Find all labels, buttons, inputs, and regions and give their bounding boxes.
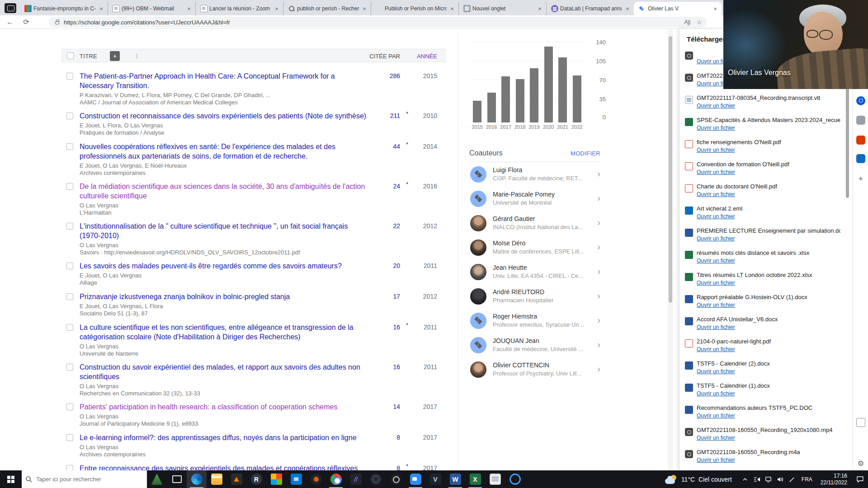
coauthor-name[interactable]: Gérard Gautier (493, 215, 535, 222)
tab-close-icon[interactable]: × (98, 5, 105, 12)
row-checkbox[interactable] (66, 364, 73, 371)
download-file-name[interactable]: Art vicherat 2.eml (697, 205, 840, 212)
open-file-link[interactable]: Ouvrir un fichier (697, 125, 735, 131)
download-file-name[interactable]: Accord AFA Unistellar_V6.docx (697, 316, 840, 323)
chart-bar[interactable] (487, 93, 496, 122)
sidebar-rail-icon[interactable] (856, 116, 865, 125)
cited-by-count-link[interactable]: 22 (373, 222, 400, 230)
start-button[interactable] (0, 470, 22, 488)
search-input[interactable] (36, 476, 136, 483)
open-file-link[interactable]: Ouvrir un fichier (697, 280, 735, 286)
publication-title-link[interactable]: L'institutionnalisation de la " culture … (80, 221, 369, 240)
tray-pen-icon[interactable] (786, 470, 798, 488)
taskbar-app-icon[interactable] (167, 470, 187, 488)
row-checkbox[interactable] (66, 223, 73, 230)
publication-title-link[interactable]: Les savoirs des malades peuvent-ils être… (80, 261, 369, 271)
coauthor-name[interactable]: Moïse Déro (493, 239, 525, 247)
tab-close-icon[interactable]: × (712, 5, 719, 12)
action-center-icon[interactable] (852, 470, 868, 488)
url-text[interactable]: https://scholar.google.com/citations?use… (64, 19, 684, 26)
coauthor-name[interactable]: André RIEUTORD (493, 288, 544, 296)
taskbar-app-icon[interactable] (306, 470, 326, 488)
taskbar-app-icon[interactable]: W (445, 470, 465, 488)
browser-tab[interactable]: Olivier Las V × (634, 2, 722, 15)
browser-tab[interactable]: Fantaisie-impromptu in C- × (20, 2, 108, 15)
download-file-name[interactable]: GMT20221108-160550_Recording_1920x1080.m… (697, 427, 840, 433)
open-file-link[interactable]: Ouvrir un fichier (697, 213, 735, 220)
open-file-link[interactable]: Ouvrir un fichier (697, 169, 735, 175)
tray-chevron-up-icon[interactable] (739, 470, 751, 488)
publication-title-link[interactable]: La culture scientifique et les non scien… (80, 323, 369, 342)
open-file-link[interactable]: Ouvrir un fichier (697, 191, 735, 197)
coauthor-name[interactable]: Olivier COTTENCIN (493, 361, 549, 369)
taskbar-app-icon[interactable] (226, 470, 246, 488)
download-file-name[interactable]: SPSE-Capacités & Attendus Masters 2023.2… (697, 117, 840, 123)
coauthor-name[interactable]: Luigi Flora (493, 166, 522, 174)
download-item[interactable]: Rapport préalable G.Hostein-OLV (1).docx… (679, 292, 842, 314)
row-checkbox[interactable] (66, 263, 73, 269)
download-item[interactable]: PREMIERE LECTURE Enseignement par simula… (679, 226, 842, 248)
tray-network-icon[interactable] (763, 470, 774, 488)
sidebar-rail-icon[interactable] (856, 96, 865, 105)
download-item[interactable]: Titres résumés LT London octobre 2022.xl… (679, 270, 842, 292)
row-checkbox[interactable] (66, 434, 73, 441)
taskbar-app-icon[interactable]: ✉ (286, 470, 306, 488)
download-item[interactable]: 2104-0-parc-naturel-light.pdf Ouvrir un … (679, 337, 842, 359)
open-file-link[interactable]: Ouvrir un fichier (697, 258, 735, 264)
chart-bar[interactable] (544, 47, 553, 122)
address-bar[interactable]: https://scholar.google.com/citations?use… (49, 17, 707, 28)
tray-language-indicator[interactable]: FRA (802, 476, 812, 483)
open-file-link[interactable]: Ouvrir un fichier (697, 346, 735, 352)
taskbar-app-icon[interactable]: // (346, 470, 366, 488)
browser-tab[interactable]: Lancer la réunion - Zoom × (195, 2, 283, 15)
browser-tab[interactable]: DataLab | Framapad annu × (546, 2, 634, 15)
taskbar-app-icon[interactable]: V (425, 470, 445, 488)
open-file-link[interactable]: Ouvrir un fichier (697, 390, 735, 397)
coauthor-row[interactable]: Roger Hiemstra Professor emeritus, Syrac… (469, 311, 600, 333)
taskbar-weather-widget[interactable]: 11°C Ciel couvert (665, 475, 732, 484)
download-item[interactable]: fiche renseignements O'Neill.pdf Ouvrir … (679, 137, 842, 160)
open-file-link[interactable]: Ouvrir un fichier (697, 413, 735, 419)
open-file-link[interactable]: Ouvrir un fichier (697, 235, 735, 242)
sidebar-rail-icon[interactable]: ⚙ (856, 459, 865, 468)
publication-title-link[interactable]: Priznavanje izkustvenega znanja bolnikov… (80, 292, 369, 301)
open-file-link[interactable]: Ouvrir un fichier (697, 368, 735, 375)
download-file-name[interactable]: GMT20221117-080354_Recording.transcript.… (697, 94, 840, 101)
download-item[interactable]: GMT20221108-160550_Recording.m4a Ouvrir … (679, 447, 842, 469)
cited-by-count-link[interactable]: 44 (373, 143, 400, 150)
download-file-name[interactable]: TSTF5 - Calendrier (2).docx (697, 360, 840, 367)
chevron-right-icon[interactable]: › (597, 169, 600, 179)
download-item[interactable]: GMT20221117-080354_Recording.transcript.… (679, 93, 842, 115)
tray-clock[interactable]: 17:16 22/11/2022 (821, 473, 847, 486)
download-file-name[interactable]: TSTF5 - Calendrier (1).docx (697, 382, 840, 389)
row-checkbox[interactable] (66, 73, 73, 80)
coauthor-name[interactable]: Marie-Pascale Pomey (493, 191, 555, 198)
chart-bar[interactable] (558, 57, 567, 122)
publication-title-link[interactable]: Nouvelles coopérations réflexives en san… (80, 142, 369, 161)
coauthor-name[interactable]: JOUQUAN Jean (493, 337, 539, 344)
chart-bar[interactable] (516, 79, 524, 122)
open-file-link[interactable]: Ouvrir un fichier (697, 147, 735, 153)
row-checkbox[interactable] (66, 293, 73, 300)
sidebar-rail-icon[interactable]: + (856, 174, 865, 183)
browser-tab[interactable]: (99+) OBM - Webmail × (108, 2, 195, 15)
download-item[interactable]: Convention de formation O'Neill.pdf Ouvr… (679, 160, 842, 182)
taskbar-app-icon[interactable] (266, 470, 286, 488)
coauthor-row[interactable]: JOUQUAN Jean Faculté de médecine, Univer… (469, 336, 600, 357)
cited-by-count-link[interactable]: 211 (373, 112, 400, 119)
download-item[interactable]: GMT20221108-160550_Recording_1920x1080.m… (679, 425, 842, 447)
download-file-name[interactable]: PREMIERE LECTURE Enseignement par simula… (697, 227, 840, 234)
open-file-link[interactable]: Ouvrir un fichier (697, 324, 735, 330)
tab-close-icon[interactable]: × (273, 5, 280, 12)
download-file-name[interactable]: GMT20221108-160550_Recording.m4a (697, 449, 840, 455)
coauthor-row[interactable]: Jean Heutte Univ. Lille, EA 4354 - CIREL… (469, 263, 600, 284)
coauthor-row[interactable]: Marie-Pascale Pomey Université de Montré… (469, 189, 600, 211)
cited-by-count-link[interactable]: 16 (373, 363, 400, 371)
tab-actions-menu-icon[interactable] (5, 3, 16, 13)
coauthor-row[interactable]: Moïse Déro Maître de conférences, ESPE L… (469, 238, 600, 260)
download-file-name[interactable]: résumés mots clés distance et savoirs .x… (697, 249, 840, 256)
chevron-right-icon[interactable]: › (597, 242, 600, 252)
sidebar-rail-icon[interactable] (856, 154, 865, 163)
publication-title-link[interactable]: Patients' participation in health resear… (80, 402, 369, 412)
cited-by-count-link[interactable]: 24 (373, 183, 400, 190)
